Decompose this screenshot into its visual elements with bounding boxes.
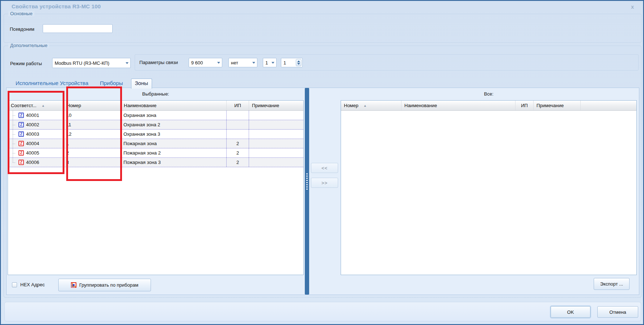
grouping-icon — [71, 282, 76, 288]
move-left-button[interactable]: << — [311, 163, 338, 173]
stopbits-combobox[interactable]: 1 — [263, 58, 277, 67]
hex-address-checkbox[interactable] — [12, 282, 17, 287]
address-value: 1 — [283, 60, 286, 66]
zone-address: 40004 — [26, 141, 39, 146]
device-properties-dialog: Свойства устройства R3-МС 100 x Основные… — [0, 0, 644, 325]
hex-address-label: HEX Адрес — [20, 282, 45, 287]
selected-table-header: Соответст...▲НомерНаименованиеИППримечан… — [8, 101, 303, 111]
spinner-buttons[interactable] — [296, 59, 302, 66]
baud-rate-combobox[interactable]: 9 600 — [189, 58, 222, 67]
zone-note — [249, 158, 303, 167]
selected-table-body: Z4000110Охранная зонаZ4000211Охранная зо… — [8, 111, 303, 275]
zone-number: 2 — [64, 148, 121, 157]
zone-name: Охранная зона — [121, 111, 227, 120]
tab-actuators[interactable]: Исполнительные Устройства — [12, 79, 92, 88]
tab-zones[interactable]: Зоны — [131, 79, 152, 89]
all-panel-title: Все: — [341, 91, 637, 97]
column-header[interactable]: Номер — [64, 101, 121, 110]
group-main-label: Основные — [8, 11, 34, 16]
alias-label: Псевдоним — [10, 26, 34, 32]
group-by-devices-label: Группировать по приборам — [79, 282, 138, 288]
zone-match-cell: Z40004 — [8, 139, 64, 148]
all-zones-table: Номер▲НаименованиеИППримечание — [341, 100, 637, 275]
column-header[interactable]: Наименование — [121, 101, 227, 110]
move-right-button[interactable]: >> — [311, 178, 338, 188]
alias-input[interactable] — [43, 24, 113, 33]
security-zone-icon: Z — [18, 113, 24, 118]
zone-name: Пожарная зона 3 — [121, 158, 227, 167]
group-additional-label: Дополнительные — [8, 43, 49, 48]
zones-tab-page: Выбранные: Все: Соответст...▲НомерНаимен… — [6, 88, 639, 295]
zone-address: 40006 — [26, 160, 39, 165]
spinner-down-icon[interactable] — [297, 63, 300, 66]
zone-row[interactable]: Z400052Пожарная зона 22 — [8, 148, 303, 158]
stopbits-value: 1 — [265, 60, 268, 66]
column-header[interactable]: ИП — [227, 101, 249, 110]
comm-params-label: Параметры связи — [139, 60, 178, 65]
column-header[interactable]: Номер▲ — [341, 101, 401, 110]
zone-ip — [227, 130, 249, 139]
fire-zone-icon: Z — [18, 141, 24, 146]
zone-match-cell: Z40003 — [8, 130, 64, 139]
chevron-down-icon — [272, 62, 274, 65]
zone-note — [249, 111, 303, 120]
export-button[interactable]: Экспорт ... — [594, 278, 630, 290]
column-header[interactable]: ИП — [515, 101, 534, 110]
zone-ip: 2 — [227, 158, 249, 167]
cancel-button[interactable]: Отмена — [597, 306, 638, 318]
mode-combobox[interactable]: Modbus RTU (R3-МС-КП) — [52, 58, 131, 68]
footer-panel: OK Отмена — [4, 302, 641, 321]
splitter-handle[interactable] — [305, 88, 309, 295]
sort-asc-icon: ▲ — [363, 104, 367, 107]
spinner-up-icon[interactable] — [297, 59, 300, 62]
zone-note — [249, 148, 303, 157]
tab-strip: Исполнительные УстройстваПриборыЗоны — [12, 78, 152, 88]
selected-zones-table: Соответст...▲НомерНаименованиеИППримечан… — [8, 100, 304, 275]
titlebar: Свойства устройства R3-МС 100 x — [1, 1, 643, 12]
group-by-devices-button[interactable]: Группировать по приборам — [58, 279, 151, 291]
zone-row[interactable]: Z400063Пожарная зона 32 — [8, 158, 303, 167]
fire-zone-icon: Z — [18, 160, 24, 165]
zone-number: 3 — [64, 158, 121, 167]
close-icon[interactable]: x — [631, 4, 634, 10]
zone-ip — [227, 111, 249, 120]
window-title: Свойства устройства R3-МС 100 — [12, 3, 101, 9]
zone-match-cell: Z40006 — [8, 158, 64, 167]
column-header[interactable]: Наименование — [401, 101, 515, 110]
all-table-body — [341, 111, 636, 275]
zone-address: 40002 — [26, 122, 39, 127]
zone-ip: 2 — [227, 148, 249, 157]
all-table-header: Номер▲НаименованиеИППримечание — [341, 101, 636, 111]
zone-match-cell: Z40005 — [8, 148, 64, 157]
tab-instruments[interactable]: Приборы — [96, 79, 127, 88]
mode-value: Modbus RTU (R3-МС-КП) — [55, 60, 109, 66]
column-header[interactable]: Примечание — [534, 101, 581, 110]
baud-rate-value: 9 600 — [191, 60, 203, 66]
zone-row[interactable]: Z4000211Охранная зона 2 — [8, 120, 303, 130]
parity-value: нет — [231, 60, 238, 66]
zone-row[interactable]: Z4000110Охранная зона — [8, 111, 303, 120]
zone-row[interactable]: Z400041Пожарная зона2 — [8, 139, 303, 148]
zone-name: Пожарная зона — [121, 139, 227, 148]
ok-button[interactable]: OK — [551, 306, 590, 318]
tree-connector — [9, 120, 16, 129]
zone-note — [249, 139, 303, 148]
zone-row[interactable]: Z4000312Охранная зона 3 — [8, 130, 303, 139]
security-zone-icon: Z — [18, 122, 24, 127]
tree-connector — [9, 158, 16, 167]
zone-ip — [227, 120, 249, 129]
chevron-down-icon — [252, 62, 255, 65]
column-header[interactable] — [581, 101, 636, 110]
parity-combobox[interactable]: нет — [228, 58, 257, 67]
column-header[interactable]: Примечание — [249, 101, 303, 110]
sort-asc-icon: ▲ — [42, 104, 45, 107]
zone-name: Пожарная зона 2 — [121, 148, 227, 157]
group-additional: Дополнительные Режим работы Modbus RTU (… — [4, 46, 641, 297]
zone-note — [249, 120, 303, 129]
column-header[interactable]: Соответст...▲ — [8, 101, 64, 110]
address-spinner[interactable]: 1 — [281, 58, 303, 67]
zone-number: 12 — [64, 130, 121, 139]
mode-label: Режим работы — [10, 61, 42, 66]
tree-connector — [9, 130, 16, 139]
tree-connector — [9, 139, 16, 148]
